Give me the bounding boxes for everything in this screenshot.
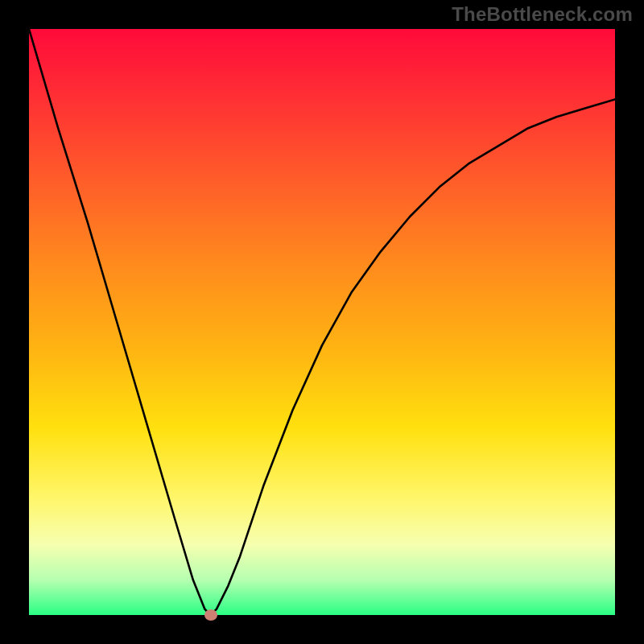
- chart-frame: TheBottleneck.com: [0, 0, 644, 644]
- bottleneck-curve: [29, 29, 615, 615]
- plot-area: [29, 29, 615, 615]
- watermark-text: TheBottleneck.com: [452, 3, 633, 26]
- optimum-marker: [204, 609, 217, 621]
- curve-path: [29, 29, 615, 615]
